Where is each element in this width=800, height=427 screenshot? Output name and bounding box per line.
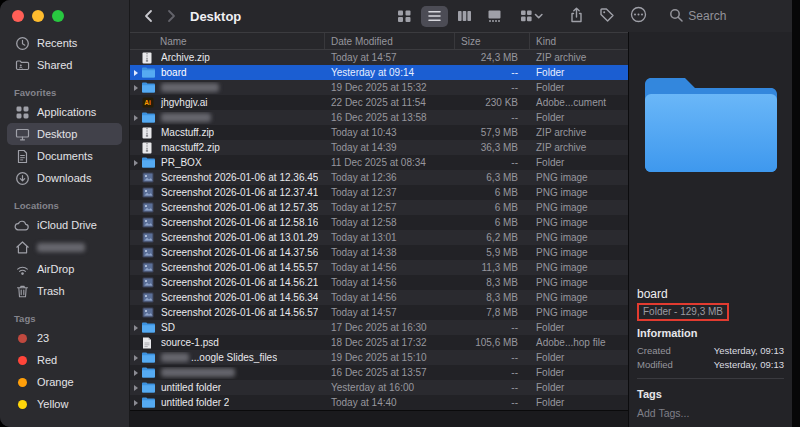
column-header-name[interactable]: Name bbox=[130, 33, 325, 49]
disclosure-triangle[interactable] bbox=[130, 385, 142, 391]
table-row[interactable]: 19 Dec 2025 at 15:32--Folder bbox=[130, 80, 628, 95]
horizontal-scrollbar[interactable] bbox=[130, 410, 628, 427]
folder-icon bbox=[142, 397, 156, 409]
disclosure-triangle[interactable] bbox=[130, 70, 142, 76]
file-name-cell bbox=[130, 82, 325, 94]
redacted-label bbox=[37, 243, 85, 252]
nav-buttons bbox=[138, 5, 182, 27]
sidebar-sections: RecentsSharedFavoritesApplicationsDeskto… bbox=[0, 32, 129, 415]
chevron-left-button[interactable] bbox=[138, 5, 160, 27]
sidebar-item-red[interactable]: Red bbox=[7, 349, 122, 371]
sidebar-item-user-home[interactable] bbox=[7, 236, 122, 258]
file-name: Screenshot 2026-01-06 at 12.36.45 bbox=[161, 172, 318, 183]
disclosure-triangle[interactable] bbox=[130, 370, 142, 376]
column-header-size[interactable]: Size bbox=[455, 33, 530, 49]
table-row[interactable]: 16 Dec 2025 at 13:58--Folder bbox=[130, 110, 628, 125]
zip-icon bbox=[142, 142, 156, 154]
file-name-cell: Screenshot 2026-01-06 at 14.56.21 bbox=[130, 277, 325, 289]
file-kind: PNG image bbox=[530, 187, 628, 198]
table-row[interactable]: Screenshot 2026-01-06 at 14.37.56Today a… bbox=[130, 245, 628, 260]
finder-window: RecentsSharedFavoritesApplicationsDeskto… bbox=[0, 0, 792, 427]
gallery-view-button[interactable] bbox=[481, 6, 508, 27]
table-row[interactable]: SD17 Dec 2025 at 16:30--Folder bbox=[130, 320, 628, 335]
disclosure-triangle[interactable] bbox=[130, 355, 142, 361]
file-name: Macstuff.zip bbox=[161, 127, 214, 138]
column-header-kind[interactable]: Kind bbox=[530, 33, 628, 49]
file-date: Yesterday at 16:00 bbox=[325, 382, 455, 393]
folder-icon bbox=[142, 82, 156, 94]
file-kind: PNG image bbox=[530, 277, 628, 288]
table-row[interactable]: untitled folderYesterday at 16:00--Folde… bbox=[130, 380, 628, 395]
disclosure-triangle[interactable] bbox=[130, 115, 142, 121]
tag-color-dot bbox=[18, 356, 27, 365]
table-row[interactable]: boardYesterday at 09:14--Folder bbox=[130, 65, 628, 80]
disclosure-triangle[interactable] bbox=[130, 400, 142, 406]
sidebar-item-desktop[interactable]: Desktop bbox=[7, 123, 122, 145]
file-size: -- bbox=[455, 157, 530, 168]
chevron-right-button[interactable] bbox=[160, 5, 182, 27]
file-size: -- bbox=[455, 112, 530, 123]
sidebar-item-airdrop[interactable]: AirDrop bbox=[7, 258, 122, 280]
sidebar-item-orange[interactable]: Orange bbox=[7, 371, 122, 393]
minimize-button[interactable] bbox=[32, 10, 44, 22]
column-header-date-modified[interactable]: Date Modified bbox=[325, 33, 455, 49]
file-size: 24,3 MB bbox=[455, 52, 530, 63]
file-size: -- bbox=[455, 352, 530, 363]
sidebar-item-label: Orange bbox=[37, 376, 74, 388]
file-kind: Folder bbox=[530, 367, 628, 378]
file-kind: PNG image bbox=[530, 172, 628, 183]
close-button[interactable] bbox=[12, 10, 24, 22]
file-kind: Folder bbox=[530, 112, 628, 123]
table-row[interactable]: Screenshot 2026-01-06 at 14.55.57Today a… bbox=[130, 260, 628, 275]
sidebar-item-label: Downloads bbox=[37, 172, 91, 184]
sidebar-item-shared[interactable]: Shared bbox=[7, 54, 122, 76]
table-row[interactable]: ...oogle Slides_files19 Dec 2025 at 15:1… bbox=[130, 350, 628, 365]
disclosure-triangle[interactable] bbox=[130, 160, 142, 166]
grid-view-button[interactable] bbox=[391, 6, 418, 27]
tag-button[interactable] bbox=[599, 7, 615, 26]
disclosure-triangle[interactable] bbox=[130, 85, 142, 91]
sidebar-item-trash[interactable]: Trash bbox=[7, 280, 122, 302]
table-row[interactable]: Screenshot 2026-01-06 at 12.36.45Today a… bbox=[130, 170, 628, 185]
tag-color-dot bbox=[18, 378, 27, 387]
sidebar-item-documents[interactable]: Documents bbox=[7, 145, 122, 167]
file-name-cell: Macstuff.zip bbox=[130, 127, 325, 139]
table-row[interactable]: Screenshot 2026-01-06 at 14.56.21Today a… bbox=[130, 275, 628, 290]
file-rows: Archive.zipToday at 14:5724,3 MBZIP arch… bbox=[130, 50, 628, 410]
table-row[interactable]: Archive.zipToday at 14:5724,3 MBZIP arch… bbox=[130, 50, 628, 65]
table-row[interactable]: Aijhgvhgjv.ai22 Dec 2025 at 11:54230 KBA… bbox=[130, 95, 628, 110]
disclosure-triangle[interactable] bbox=[130, 325, 142, 331]
table-row[interactable]: Screenshot 2026-01-06 at 14.56.57Today a… bbox=[130, 305, 628, 320]
list-view-button[interactable] bbox=[421, 6, 448, 27]
file-date: Today at 14:57 bbox=[325, 52, 455, 63]
sidebar-item-applications[interactable]: Applications bbox=[7, 101, 122, 123]
table-row[interactable]: Screenshot 2026-01-06 at 13.01.29Today a… bbox=[130, 230, 628, 245]
share-button[interactable] bbox=[569, 7, 584, 26]
table-row[interactable]: macstuff2.zipToday at 14:3936,3 MBZIP ar… bbox=[130, 140, 628, 155]
zoom-button[interactable] bbox=[52, 10, 64, 22]
add-tags-input[interactable]: Add Tags... bbox=[637, 407, 784, 419]
column-view-button[interactable] bbox=[451, 6, 478, 27]
sidebar-item-yellow[interactable]: Yellow bbox=[7, 393, 122, 415]
table-row[interactable]: source-1.psd18 Dec 2025 at 17:32105,6 MB… bbox=[130, 335, 628, 350]
file-size: 230 KB bbox=[455, 97, 530, 108]
table-row[interactable]: PR_BOX11 Dec 2025 at 08:34--Folder bbox=[130, 155, 628, 170]
table-row[interactable]: untitled folder 2Today at 14:40--Folder bbox=[130, 395, 628, 410]
table-row[interactable]: Screenshot 2026-01-06 at 12.57.35Today a… bbox=[130, 200, 628, 215]
info-label: Created bbox=[637, 345, 671, 356]
more-button[interactable] bbox=[630, 6, 647, 26]
sidebar-item-label: Desktop bbox=[37, 128, 77, 140]
sidebar-item-recents[interactable]: Recents bbox=[7, 32, 122, 54]
table-row[interactable]: Screenshot 2026-01-06 at 14.56.34Today a… bbox=[130, 290, 628, 305]
group-by-button[interactable] bbox=[518, 6, 545, 27]
search-input[interactable]: Search bbox=[669, 8, 779, 25]
information-title: Information bbox=[637, 327, 784, 339]
sidebar-item-23[interactable]: 23 bbox=[7, 327, 122, 349]
ai-icon: Ai bbox=[142, 97, 156, 109]
sidebar-item-downloads[interactable]: Downloads bbox=[7, 167, 122, 189]
table-row[interactable]: Screenshot 2026-01-06 at 12.37.41Today a… bbox=[130, 185, 628, 200]
table-row[interactable]: Screenshot 2026-01-06 at 12.58.16Today a… bbox=[130, 215, 628, 230]
table-row[interactable]: 16 Dec 2025 at 13:57--Folder bbox=[130, 365, 628, 380]
table-row[interactable]: Macstuff.zipToday at 10:4357,9 MBZIP arc… bbox=[130, 125, 628, 140]
sidebar-item-icloud-drive[interactable]: iCloud Drive bbox=[7, 214, 122, 236]
